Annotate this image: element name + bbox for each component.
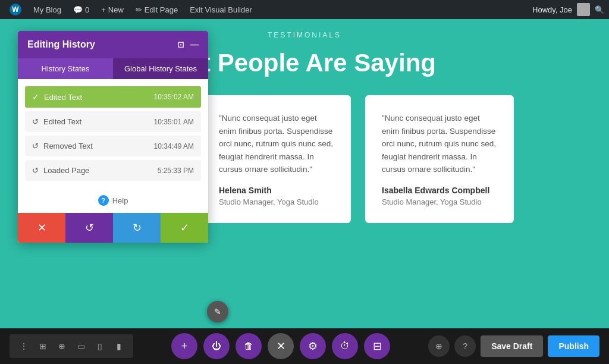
history-item-time-1: 10:35:02 AM <box>154 93 194 101</box>
admin-bar-right: Howdy, Joe 🔍 <box>532 3 604 16</box>
admin-bar: W My Blog 💬 0 + New ✏ Edit Page Exit Vis… <box>0 0 609 19</box>
edit-page-button[interactable]: ✏ Edit Page <box>131 0 183 19</box>
testimonial-quote-1: "Nunc consequat justo eget enim finibus … <box>219 112 334 176</box>
expand-icon[interactable]: ⊡ <box>177 40 184 49</box>
howdy-label: Howdy, Joe <box>532 5 572 14</box>
close-button[interactable]: ✕ <box>18 213 65 243</box>
new-label: New <box>108 5 124 14</box>
search-icon[interactable]: 🔍 <box>595 5 604 14</box>
comment-icon: 💬 <box>73 5 83 14</box>
new-button[interactable]: + New <box>96 0 128 19</box>
wordpress-icon: W <box>10 4 21 15</box>
confirm-button[interactable]: ✓ <box>161 213 208 243</box>
testimonials-cards: "Nunc consequat justo eget enim finibus … <box>184 95 532 223</box>
help-right-icon[interactable]: ? <box>454 335 476 357</box>
help-icon: ? <box>98 195 109 206</box>
exit-builder-label: Exit Visual Builder <box>190 5 252 14</box>
help-label: Help <box>112 196 128 205</box>
tab-history-states-label: History States <box>42 64 90 73</box>
check-icon-1: ✓ <box>32 92 39 102</box>
desktop-icon[interactable]: ▭ <box>73 338 89 354</box>
history-item-label-1: Edited Text <box>44 93 82 102</box>
testimonial-name-1: Helena Smith <box>219 186 334 195</box>
panel-header-icons: ⊡ — <box>177 40 199 49</box>
user-avatar[interactable] <box>577 3 590 16</box>
panel-tabs: History States Global History States <box>18 58 208 79</box>
site-name[interactable]: My Blog <box>29 0 66 19</box>
tablet-icon[interactable]: ▯ <box>92 338 108 354</box>
testimonial-role-2: Studio Manager, Yoga Studio <box>382 197 497 206</box>
panel-actions: ✕ ↺ ↻ ✓ <box>18 213 208 243</box>
history-item-label-4: Loaded Page <box>43 166 89 175</box>
tab-global-history[interactable]: Global History States <box>113 58 208 79</box>
panel-header: Editing History ⊡ — <box>18 31 208 58</box>
minimize-icon[interactable]: — <box>190 40 199 49</box>
testimonial-card-1: "Nunc consequat justo eget enim finibus … <box>202 95 351 223</box>
save-draft-button[interactable]: Save Draft <box>481 335 543 357</box>
search-right-icon[interactable]: ⊕ <box>428 335 450 357</box>
publish-button[interactable]: Publish <box>548 335 599 357</box>
tab-global-history-label: Global History States <box>124 64 197 73</box>
undo-button[interactable]: ↺ <box>65 213 113 243</box>
help-section[interactable]: ? Help <box>18 188 208 213</box>
undo-icon-3: ↺ <box>32 142 39 150</box>
add-module-button[interactable]: + <box>171 333 197 359</box>
site-name-label: My Blog <box>33 5 61 14</box>
settings-button[interactable]: ⚙ <box>300 333 326 359</box>
main-area: TESTIMONIALS hat People Are Saying "Nunc… <box>0 19 609 328</box>
history-item-2[interactable]: ↺ Edited Text 10:35:01 AM <box>25 111 201 132</box>
testimonials-heading-text: hat People Are Saying <box>173 49 436 77</box>
search-icon[interactable]: ⊕ <box>54 338 70 354</box>
trash-button[interactable]: 🗑 <box>236 333 262 359</box>
testimonials-label: TESTIMONIALS <box>268 31 341 39</box>
pencil-icon: ✎ <box>214 307 221 316</box>
history-list: ✓ Edited Text 10:35:02 AM ↺ Edited Text … <box>18 79 208 188</box>
history-item-label-2: Edited Text <box>43 117 81 126</box>
grid-icon[interactable]: ⊞ <box>34 338 51 354</box>
undo-icon-4: ↺ <box>32 166 39 175</box>
redo-button[interactable]: ↻ <box>113 213 161 243</box>
comment-count: 0 <box>85 5 89 14</box>
testimonials-heading: hat People Are Saying <box>173 49 436 77</box>
plus-icon: + <box>101 5 106 14</box>
history-item-label-3: Removed Text <box>43 142 93 150</box>
exit-builder-button[interactable]: Exit Visual Builder <box>185 0 257 19</box>
history-item-time-4: 5:25:33 PM <box>158 167 194 175</box>
tab-history-states[interactable]: History States <box>18 58 113 79</box>
floating-edit-button[interactable]: ✎ <box>207 301 228 322</box>
layout-button[interactable]: ⊟ <box>364 333 390 359</box>
testimonial-role-1: Studio Manager, Yoga Studio <box>219 197 334 206</box>
history-item-time-3: 10:34:49 AM <box>154 142 194 150</box>
bottom-toolbar: ⋮ ⊞ ⊕ ▭ ▯ ▮ + ⏻ 🗑 ✕ ⚙ ⏱ ⊟ ⊕ ? Save Draft… <box>0 328 609 364</box>
testimonial-name-2: Isabella Edwards Compbell <box>382 186 497 195</box>
history-item-4[interactable]: ↺ Loaded Page 5:25:33 PM <box>25 160 201 181</box>
toolbar-right-group: ⊕ ? Save Draft Publish <box>428 335 599 357</box>
menu-icon[interactable]: ⋮ <box>15 338 32 354</box>
history-item-time-2: 10:35:01 AM <box>154 118 194 126</box>
toolbar-center-group: + ⏻ 🗑 ✕ ⚙ ⏱ ⊟ <box>137 333 425 359</box>
testimonial-quote-2: "Nunc consequat justo eget enim finibus … <box>382 112 497 176</box>
history-button[interactable]: ⏱ <box>332 333 358 359</box>
toolbar-left-group: ⋮ ⊞ ⊕ ▭ ▯ ▮ <box>10 334 133 358</box>
wp-logo[interactable]: W <box>5 0 26 19</box>
editing-history-panel: Editing History ⊡ — History States Globa… <box>18 31 208 243</box>
undo-icon-2: ↺ <box>32 117 39 126</box>
mobile-icon[interactable]: ▮ <box>111 338 127 354</box>
close-center-button[interactable]: ✕ <box>268 333 294 359</box>
edit-page-label: Edit Page <box>145 5 178 14</box>
testimonial-card-2: "Nunc consequat justo eget enim finibus … <box>365 95 514 223</box>
history-item-1[interactable]: ✓ Edited Text 10:35:02 AM <box>25 86 201 108</box>
comments-button[interactable]: 💬 0 <box>68 0 94 19</box>
power-button[interactable]: ⏻ <box>203 333 230 359</box>
panel-title: Editing History <box>27 39 95 50</box>
edit-icon: ✏ <box>136 5 142 14</box>
history-item-3[interactable]: ↺ Removed Text 10:34:49 AM <box>25 136 201 156</box>
